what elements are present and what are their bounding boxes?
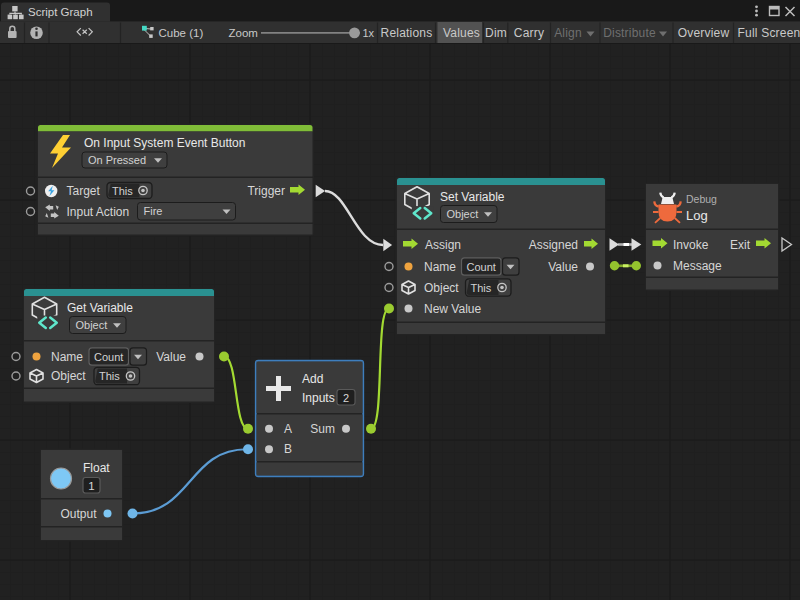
svg-text:Value: Value: [548, 260, 578, 274]
svg-text:Count: Count: [94, 351, 123, 363]
svg-text:Object: Object: [447, 208, 479, 220]
svg-text:Get Variable: Get Variable: [67, 301, 133, 315]
svg-text:On Input System Event Button: On Input System Event Button: [84, 136, 245, 150]
svg-text:Fire: Fire: [144, 205, 163, 217]
svg-text:Trigger: Trigger: [247, 184, 285, 198]
svg-text:Distribute: Distribute: [603, 26, 656, 40]
svg-text:Assigned: Assigned: [529, 238, 578, 252]
svg-text:Align: Align: [554, 26, 582, 40]
svg-text:Object: Object: [51, 369, 86, 383]
svg-text:Full Screen: Full Screen: [738, 26, 800, 40]
svg-text:Count: Count: [467, 261, 496, 273]
svg-text:Value: Value: [156, 350, 186, 364]
svg-text:This: This: [99, 370, 120, 382]
svg-text:Values: Values: [443, 26, 480, 40]
svg-text:Object: Object: [76, 319, 108, 331]
svg-text:Object: Object: [424, 281, 459, 295]
svg-text:On Pressed: On Pressed: [88, 154, 146, 166]
svg-text:Output: Output: [60, 507, 97, 521]
svg-text:Assign: Assign: [425, 238, 461, 252]
svg-text:Invoke: Invoke: [673, 238, 709, 252]
svg-text:Cube (1): Cube (1): [159, 27, 204, 39]
svg-text:Target: Target: [67, 184, 101, 198]
svg-text:Float: Float: [83, 461, 110, 475]
svg-text:Relations: Relations: [381, 26, 433, 40]
svg-text:Exit: Exit: [730, 238, 751, 252]
svg-text:Log: Log: [686, 208, 708, 223]
svg-text:Dim: Dim: [485, 26, 507, 40]
svg-text:Script Graph: Script Graph: [28, 6, 93, 18]
svg-text:2: 2: [343, 392, 349, 404]
svg-text:Inputs: Inputs: [302, 391, 335, 405]
svg-text:Zoom: Zoom: [229, 27, 258, 39]
svg-text:Sum: Sum: [310, 422, 335, 436]
svg-text:Debug: Debug: [686, 193, 717, 205]
svg-text:Name: Name: [51, 350, 83, 364]
svg-text:Set Variable: Set Variable: [440, 190, 505, 204]
svg-text:This: This: [471, 282, 492, 294]
svg-text:Overview: Overview: [678, 26, 730, 40]
svg-text:B: B: [284, 442, 292, 456]
svg-text:A: A: [284, 422, 292, 436]
svg-text:This: This: [112, 185, 133, 197]
svg-text:Add: Add: [302, 372, 323, 386]
svg-text:Message: Message: [673, 259, 722, 273]
svg-text:1x: 1x: [363, 27, 375, 39]
svg-text:Input Action: Input Action: [67, 205, 130, 219]
svg-text:Carry: Carry: [514, 26, 544, 40]
svg-text:1: 1: [88, 480, 94, 492]
svg-text:Name: Name: [424, 260, 456, 274]
svg-text:New Value: New Value: [424, 302, 481, 316]
